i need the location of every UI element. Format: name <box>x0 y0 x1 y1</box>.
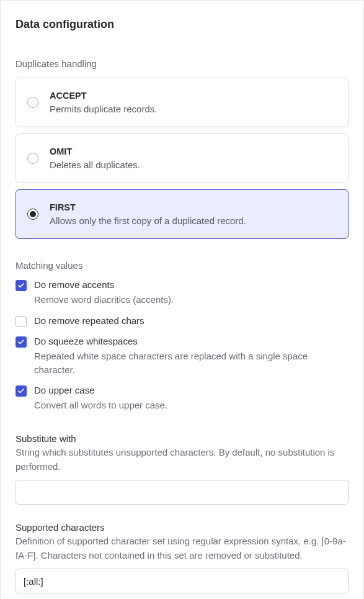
checkbox-label[interactable]: Do squeeze whitespaces <box>34 336 348 346</box>
matching-values-label: Matching values <box>16 260 348 271</box>
radio-texts: FIRST Allows only the first copy of a du… <box>50 202 246 226</box>
checkbox-texts: Do squeeze whitespaces Repeated white sp… <box>34 336 348 377</box>
radio-desc: Allows only the first copy of a duplicat… <box>50 215 246 226</box>
radio-icon <box>27 97 38 108</box>
checkbox-texts: Do upper case Convert all words to upper… <box>34 385 167 412</box>
checkbox-row-remove-accents: Do remove accents Remove word diacritics… <box>16 279 348 307</box>
checkbox-desc: Repeated white space characters are repl… <box>34 349 348 377</box>
checkbox-texts: Do remove repeated chars <box>34 315 144 326</box>
checkbox-label[interactable]: Do remove accents <box>34 279 174 290</box>
radio-card-accept[interactable]: ACCEPT Permits duplicate records. <box>16 78 348 127</box>
checkbox-row-squeeze-whitespaces: Do squeeze whitespaces Repeated white sp… <box>16 336 348 377</box>
supported-characters-field-block: Supported characters Definition of suppo… <box>16 522 348 593</box>
substitute-with-desc: String which substitutes unsupported cha… <box>16 446 348 474</box>
radio-title: OMIT <box>50 146 140 156</box>
page-title: Data configuration <box>16 18 348 31</box>
radio-icon <box>27 209 38 220</box>
checkbox-texts: Do remove accents Remove word diacritics… <box>34 279 174 307</box>
checkbox-upper-case[interactable] <box>16 385 27 397</box>
radio-texts: OMIT Deletes all duplicates. <box>50 146 140 170</box>
radio-card-first[interactable]: FIRST Allows only the first copy of a du… <box>16 189 348 239</box>
supported-characters-label: Supported characters <box>16 522 348 533</box>
checkbox-remove-accents[interactable] <box>16 280 27 291</box>
checkbox-row-upper-case: Do upper case Convert all words to upper… <box>16 385 348 412</box>
radio-desc: Deletes all duplicates. <box>50 160 140 170</box>
radio-icon <box>27 153 38 164</box>
substitute-with-input[interactable] <box>16 480 348 505</box>
supported-characters-input[interactable] <box>16 569 348 593</box>
checkbox-squeeze-whitespaces[interactable] <box>16 336 27 348</box>
duplicates-handling-label: Duplicates handling <box>16 58 348 69</box>
radio-texts: ACCEPT Permits duplicate records. <box>50 91 157 114</box>
substitute-with-field-block: Substitute with String which substitutes… <box>16 433 348 505</box>
checkbox-label[interactable]: Do remove repeated chars <box>34 315 144 326</box>
checkbox-desc: Convert all words to upper case. <box>34 399 167 412</box>
check-icon <box>17 282 25 289</box>
check-icon <box>17 338 25 346</box>
supported-characters-desc: Definition of supported character set us… <box>16 534 348 562</box>
radio-desc: Permits duplicate records. <box>50 104 157 114</box>
checkbox-remove-repeated[interactable] <box>16 316 27 327</box>
radio-card-omit[interactable]: OMIT Deletes all duplicates. <box>16 133 348 183</box>
radio-title: FIRST <box>50 202 246 212</box>
checkbox-label[interactable]: Do upper case <box>34 385 167 395</box>
checkbox-desc: Remove word diacritics (accents). <box>34 293 174 307</box>
check-icon <box>17 387 25 395</box>
radio-title: ACCEPT <box>50 91 157 101</box>
checkbox-row-remove-repeated: Do remove repeated chars <box>16 315 348 327</box>
duplicates-handling-radio-group: ACCEPT Permits duplicate records. OMIT D… <box>16 78 348 239</box>
substitute-with-label: Substitute with <box>16 433 348 444</box>
matching-values-checkbox-group: Do remove accents Remove word diacritics… <box>16 279 348 412</box>
